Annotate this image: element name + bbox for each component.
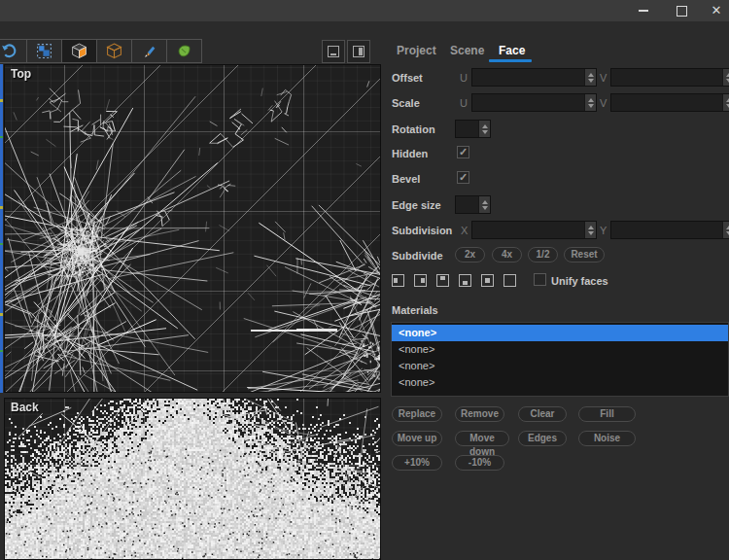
tab-project[interactable]: Project xyxy=(397,44,436,57)
viewport-back[interactable]: Back xyxy=(4,398,381,560)
spinner-up-icon[interactable] xyxy=(726,73,729,77)
offset-v-field xyxy=(610,68,729,87)
scale-v-spinner[interactable] xyxy=(722,94,729,111)
material-item[interactable]: <none> xyxy=(392,374,728,391)
offset-v-input[interactable] xyxy=(611,69,727,86)
anchor-left-icon xyxy=(392,274,404,287)
anchor-right-button[interactable] xyxy=(413,273,428,288)
spinner-down-icon[interactable] xyxy=(726,104,729,108)
spinner-down-icon[interactable] xyxy=(482,206,488,210)
paint-brush-icon xyxy=(141,43,157,59)
layout-split-right-button[interactable] xyxy=(347,40,370,63)
scale-v-label: V xyxy=(600,97,607,109)
move-down-button[interactable]: Move down xyxy=(455,431,509,446)
titlebar: ✕ xyxy=(0,0,729,21)
clear-button[interactable]: Clear xyxy=(518,406,567,422)
subdivision-x-input[interactable] xyxy=(472,222,589,238)
close-button[interactable]: ✕ xyxy=(703,0,729,21)
minimize-button[interactable] xyxy=(630,0,657,21)
spinner-down-icon[interactable] xyxy=(588,231,594,235)
layout-split-bottom-button[interactable] xyxy=(322,40,345,63)
spinner-down-icon[interactable] xyxy=(726,79,729,83)
replace-button[interactable]: Replace xyxy=(392,406,442,422)
subdivide-4x-button[interactable]: 4x xyxy=(492,247,522,262)
hidden-checkbox[interactable]: ✓ xyxy=(457,146,469,158)
spinner-up-icon[interactable] xyxy=(726,98,729,102)
edge-size-label: Edge size xyxy=(392,199,441,211)
anchor-bottom-button[interactable] xyxy=(458,273,472,288)
spinner-up-icon[interactable] xyxy=(482,124,488,128)
remove-button[interactable]: Remove xyxy=(455,406,504,422)
spinner-up-icon[interactable] xyxy=(588,226,594,229)
subdivide-2x-button[interactable]: 2x xyxy=(455,247,485,262)
face-mode-tool-button[interactable] xyxy=(61,39,97,63)
rect-select-tool-button[interactable] xyxy=(26,39,62,63)
minimize-icon xyxy=(639,10,648,12)
scale-u-spinner[interactable] xyxy=(584,94,596,111)
unify-faces-checkbox[interactable] xyxy=(534,273,546,286)
offset-label: Offset xyxy=(392,72,423,84)
materials-label: Materials xyxy=(392,304,438,316)
viewport-top[interactable]: Top xyxy=(4,64,381,393)
rotation-spinner[interactable] xyxy=(478,121,490,137)
viewport-top-canvas[interactable] xyxy=(5,65,380,392)
material-item[interactable]: <none> xyxy=(392,358,728,374)
anchor-left-button[interactable] xyxy=(391,273,405,288)
anchor-top-icon xyxy=(436,274,449,287)
tab-face[interactable]: Face xyxy=(499,44,525,57)
hidden-label: Hidden xyxy=(392,148,428,159)
subdivision-y-input[interactable] xyxy=(611,222,727,238)
move-up-button[interactable]: Move up xyxy=(392,431,442,446)
anchor-center-icon xyxy=(481,274,494,287)
fill-tool-button[interactable] xyxy=(166,39,202,63)
spinner-down-icon[interactable] xyxy=(588,79,594,83)
orbit-icon xyxy=(1,43,17,59)
spinner-down-icon[interactable] xyxy=(588,104,594,108)
scale-u-field xyxy=(471,93,597,112)
scale-u-input[interactable] xyxy=(472,94,589,111)
subdivision-y-spinner[interactable] xyxy=(722,222,729,238)
bevel-checkbox[interactable]: ✓ xyxy=(457,171,469,184)
viewport-back-canvas[interactable] xyxy=(5,399,380,559)
wireframe-cube-icon xyxy=(106,43,122,59)
plus-10-button[interactable]: +10% xyxy=(392,455,442,471)
maximize-button[interactable] xyxy=(668,0,695,21)
minus-10-button[interactable]: -10% xyxy=(455,455,504,471)
subdivide-half-button[interactable]: 1/2 xyxy=(528,247,558,262)
fill-button[interactable]: Fill xyxy=(578,406,636,422)
anchor-none-button[interactable] xyxy=(503,273,517,288)
tab-scene[interactable]: Scene xyxy=(450,44,484,57)
maximize-icon xyxy=(677,6,687,17)
material-item[interactable]: <none> xyxy=(392,325,728,341)
subdivide-reset-button[interactable]: Reset xyxy=(564,247,605,262)
orbit-tool-button[interactable] xyxy=(0,39,27,63)
spinner-down-icon[interactable] xyxy=(482,130,488,134)
spinner-up-icon[interactable] xyxy=(482,200,488,204)
spinner-up-icon[interactable] xyxy=(588,98,594,102)
anchor-center-button[interactable] xyxy=(480,273,495,288)
materials-list: <none> <none> <none> <none> xyxy=(391,322,729,397)
offset-v-label: V xyxy=(600,72,607,84)
scale-v-input[interactable] xyxy=(611,94,727,111)
wireframe-mode-tool-button[interactable] xyxy=(96,39,132,63)
offset-u-input[interactable] xyxy=(472,69,589,86)
offset-u-label: U xyxy=(460,72,468,84)
edges-button[interactable]: Edges xyxy=(518,431,567,446)
edge-size-field xyxy=(455,195,491,214)
anchor-top-button[interactable] xyxy=(435,273,450,288)
spinner-up-icon[interactable] xyxy=(726,226,729,229)
offset-v-spinner[interactable] xyxy=(722,69,729,86)
subdivision-x-spinner[interactable] xyxy=(584,222,596,238)
material-item[interactable]: <none> xyxy=(392,341,728,358)
offset-u-spinner[interactable] xyxy=(584,69,596,86)
paint-tool-button[interactable] xyxy=(131,39,167,63)
edge-size-spinner[interactable] xyxy=(478,196,490,213)
noise-button[interactable]: Noise xyxy=(578,431,636,446)
subdivision-label: Subdivision xyxy=(392,225,452,236)
viewport-edge-strip xyxy=(0,64,3,393)
bevel-label: Bevel xyxy=(392,173,420,185)
anchor-none-icon xyxy=(503,274,516,287)
viewport-back-label: Back xyxy=(11,401,39,414)
spinner-up-icon[interactable] xyxy=(588,73,594,77)
spinner-down-icon[interactable] xyxy=(726,231,729,235)
